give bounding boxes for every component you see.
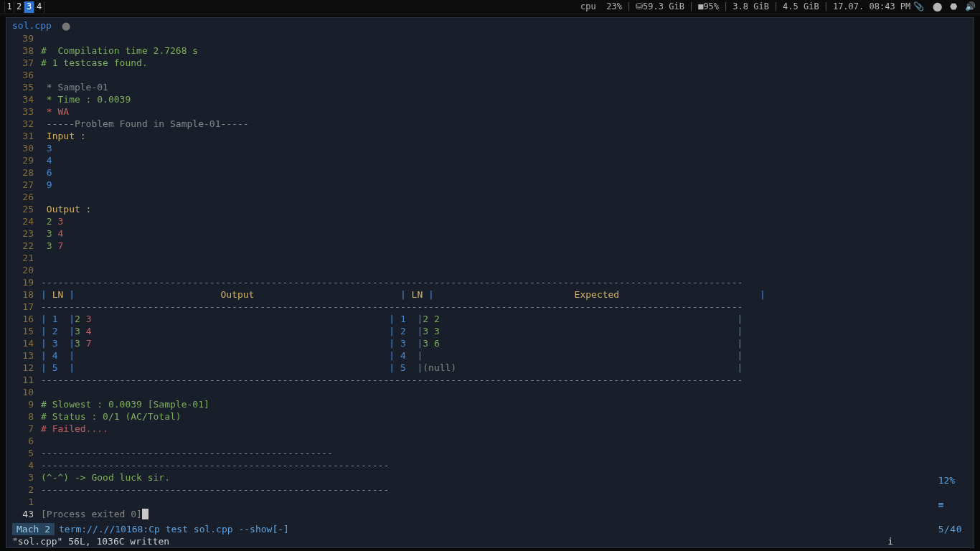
ram-indicator-2: 4.5 GiB — [783, 1, 819, 13]
line-number: 26 — [12, 191, 41, 203]
line-number: 25 — [12, 203, 41, 215]
editor-line: 31 Input : — [12, 130, 968, 142]
buffer-dirty-icon: ⬤ — [62, 22, 70, 31]
line-number: 8 — [12, 410, 41, 423]
editor-line: 24 2 3 — [12, 215, 968, 227]
line-content: Output : — [41, 203, 968, 215]
wifi-icon[interactable]: ⬤ — [933, 1, 942, 11]
editor-line: 39 — [12, 32, 968, 44]
line-content — [41, 32, 968, 44]
workspace-1[interactable]: 1 — [4, 1, 14, 13]
editor-line: 12| 5 | | 5 |(null) | — [12, 362, 968, 374]
line-content — [41, 69, 968, 81]
line-content: # 1 testcase found. — [41, 57, 968, 69]
line-number: 38 — [12, 44, 41, 57]
editor-line: 4---------------------------------------… — [12, 459, 968, 471]
status-row-col: 5/40 — [938, 524, 962, 534]
line-number: 23 — [12, 227, 41, 240]
editor-line: 13| 4 | | 4 | | — [12, 349, 968, 362]
line-number: 20 — [12, 264, 41, 276]
separator: | — [824, 1, 829, 13]
line-content — [41, 435, 968, 447]
volume-icon[interactable]: 🔊 — [965, 1, 976, 11]
line-content — [41, 191, 968, 203]
shield-icon[interactable]: ⬣ — [950, 1, 957, 11]
line-content: Input : — [41, 130, 968, 142]
line-number: 34 — [12, 93, 41, 105]
line-number: 15 — [12, 325, 41, 337]
editor-line: 17--------------------------------------… — [12, 301, 968, 313]
line-content: # Compilation time 2.7268 s — [41, 44, 968, 57]
editor-line: 7# Failed.... — [12, 423, 968, 435]
line-content — [41, 264, 968, 276]
editor-line: 9# Slowest : 0.0039 [Sample-01] — [12, 398, 968, 410]
line-number: 36 — [12, 69, 41, 81]
editor-line: 8# Status : 0/1 (AC/Total) — [12, 410, 968, 423]
line-number: 28 — [12, 166, 41, 179]
line-number: 33 — [12, 105, 41, 118]
editor-line: 29 4 — [12, 154, 968, 166]
line-content: # Slowest : 0.0039 [Sample-01] — [41, 398, 968, 410]
cursor — [142, 509, 149, 519]
editor-line: 21 — [12, 252, 968, 264]
clock-indicator: 17.07. 08:43 PM — [833, 1, 910, 13]
editor-line: 38# Compilation time 2.7268 s — [12, 44, 968, 57]
line-content — [41, 496, 968, 508]
editor-line: 27 9 — [12, 179, 968, 191]
line-number: 31 — [12, 130, 41, 142]
editor-area[interactable]: 3938# Compilation time 2.7268 s37# 1 tes… — [6, 32, 974, 521]
line-content: # Status : 0/1 (AC/Total) — [41, 410, 968, 423]
line-content: | 4 | | 4 | | — [41, 349, 968, 362]
workspace-2[interactable]: 2 — [14, 1, 24, 13]
editor-line: 18| LN | Output | LN | Expected | — [12, 288, 968, 301]
statusline: Mach 2 term://.//10168:Cp test sol.cpp -… — [6, 523, 974, 535]
editor-line: 16| 1 |2 3 | 1 |2 2 | — [12, 313, 968, 325]
separator: | — [723, 1, 728, 13]
message-right: i — [887, 535, 968, 547]
line-number: 16 — [12, 313, 41, 325]
line-content — [41, 386, 968, 398]
line-content: 3 7 — [41, 240, 968, 252]
line-number: 32 — [12, 118, 41, 130]
line-content: 6 — [41, 166, 968, 179]
line-content: ----------------------------------------… — [41, 374, 968, 386]
editor-line: 1 — [12, 496, 968, 508]
line-content: ----------------------------------------… — [41, 276, 968, 288]
line-content — [41, 252, 968, 264]
line-content: | 5 | | 5 |(null) | — [41, 362, 968, 374]
editor-line: 35 * Sample-01 — [12, 81, 968, 93]
system-topbar: 1234 cpu 23% | ⛁ 59.3 GiB | ■ 95% | 3.8 … — [0, 0, 980, 14]
status-mode: Mach 2 — [12, 523, 55, 535]
line-number: 3 — [12, 471, 41, 484]
cpu-indicator: cpu 23% — [580, 1, 622, 13]
editor-line: 10 — [12, 386, 968, 398]
line-content: (^-^) -> Good luck sir. — [41, 471, 968, 484]
line-number: 7 — [12, 423, 41, 435]
status-col-label: ʟ : — [938, 548, 955, 551]
line-number: 29 — [12, 154, 41, 166]
disk-indicator: 59.3 GiB — [643, 1, 684, 13]
line-content: ----------------------------------------… — [41, 459, 968, 471]
attach-icon[interactable]: 📎 — [913, 1, 924, 11]
workspace-3[interactable]: 3 — [24, 1, 34, 13]
line-number: 19 — [12, 276, 41, 288]
editor-line: 5---------------------------------------… — [12, 447, 968, 459]
line-content: ----------------------------------------… — [41, 484, 968, 496]
line-content: | 2 |3 4 | 2 |3 3 | — [41, 325, 968, 337]
line-number: 13 — [12, 349, 41, 362]
line-number: 11 — [12, 374, 41, 386]
line-content: * Time : 0.0039 — [41, 93, 968, 105]
line-number: 22 — [12, 240, 41, 252]
ram-indicator-1: 3.8 GiB — [732, 1, 769, 13]
workspace-list: 1234 — [4, 1, 44, 13]
status-percent: 12% — [938, 475, 955, 486]
line-number: 39 — [12, 32, 41, 44]
buffer-tab[interactable]: sol.cpp ⬤ — [6, 18, 974, 32]
line-content: [Process exited 0] — [41, 508, 968, 521]
workspace-4[interactable]: 4 — [34, 1, 44, 13]
line-number: 37 — [12, 57, 41, 69]
status-sep-icon: ≡ — [938, 499, 944, 510]
editor-line: 32 -----Problem Found in Sample-01----- — [12, 118, 968, 130]
line-content: | LN | Output | LN | Expected | — [41, 288, 968, 301]
editor-line: 11--------------------------------------… — [12, 374, 968, 386]
